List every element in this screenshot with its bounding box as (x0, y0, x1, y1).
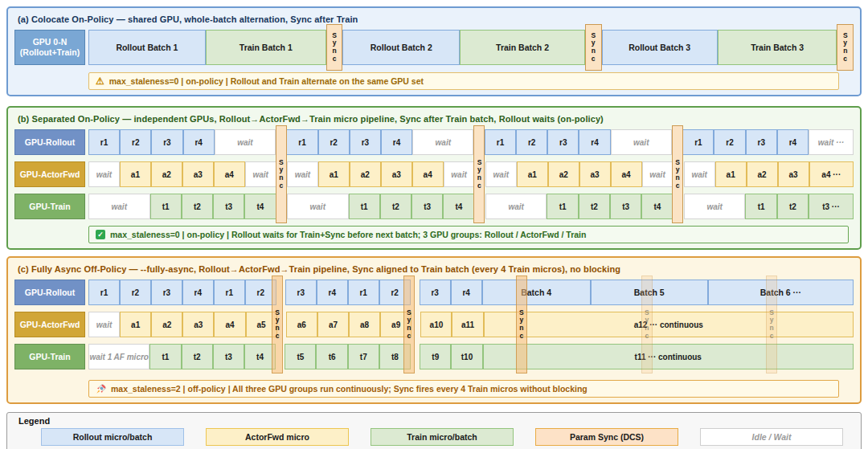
cell-t1: t1 (745, 194, 776, 219)
cell-rollout-batch-1: Rollout Batch 1 (88, 30, 206, 65)
cell-a3: a3 (182, 312, 214, 337)
cell-wait: wait (412, 129, 473, 155)
cell-r2: r2 (379, 280, 411, 305)
cell-rollout-batch-3: Rollout Batch 3 (602, 30, 718, 65)
timeline-row: GPU-ActorFwd waita1a2a3a4waitwaita1a2a3a… (14, 161, 854, 187)
row-label-gpu-actorfwd: GPU-ActorFwd (14, 161, 85, 187)
cell-r1: r1 (286, 129, 317, 155)
panel-b-rows: GPU-Rollout r1r2r3r4waitr1r2r3r4waitr1r2… (14, 129, 854, 219)
cell-t3: t3 (411, 194, 443, 219)
cell-r3: r3 (285, 280, 317, 305)
panel-b-note: ✓ max_staleness=0 | on-policy | Rollout … (88, 226, 849, 243)
legend-item-idle-wait: Idle / Wait (700, 428, 843, 446)
cell-wait: wait (684, 161, 715, 187)
cell-wait: wait (485, 194, 547, 219)
cell-wait: wait (611, 129, 672, 155)
timeline-gpu-train: wait 1 AF microt1t2t3t4t5t6t7t8t9t10t11 … (88, 344, 854, 369)
cell-rollout-batch-2: Rollout Batch 2 (342, 30, 460, 65)
panel-fully-async-off-policy: (c) Fully Async Off-Policy — --fully-asy… (6, 256, 862, 404)
sync-gap (674, 194, 684, 219)
cell-r4: r4 (381, 129, 412, 155)
cell-r1: r1 (88, 280, 120, 305)
cell-wait: wait (287, 194, 349, 219)
cell-r2: r2 (120, 280, 151, 305)
panel-a-note-text: max_staleness=0 | on-policy | Rollout an… (109, 76, 424, 86)
cell-t8: t8 (379, 344, 411, 369)
param-sync-bar: Sync (837, 24, 854, 71)
cell-r2: r2 (120, 129, 151, 155)
timeline-row: GPU-Rollout r1r2r3r4r1r2r3r4r1r2r3r4Batc… (14, 280, 854, 305)
cell-t1: t1 (149, 344, 181, 369)
cell-r1: r1 (214, 280, 245, 305)
cell-t1: t1 (349, 194, 380, 219)
timeline-row: GPU-Rollout r1r2r3r4waitr1r2r3r4waitr1r2… (14, 129, 854, 155)
cell-wait: wait (684, 194, 746, 219)
cell-a4: a4 ··· (809, 161, 854, 187)
cell-t3: t3 (213, 194, 244, 219)
legend-title: Legend (18, 416, 845, 426)
panel-b-note-text: max_staleness=0 | on-policy | Rollout wa… (110, 230, 586, 239)
sync-gap (473, 129, 484, 155)
sync-label: Sync (332, 32, 338, 63)
legend: Legend Rollout micro/batchActorFwd micro… (6, 412, 862, 449)
sync-gap (411, 312, 420, 337)
row-label-gpu-0-n: GPU 0-N (Rollout+Train) (14, 30, 85, 65)
timeline-gpu-actorfwd: waita1a2a3a4waitwaita1a2a3a4waitwaita1a2… (88, 161, 854, 187)
cell-t4: t4 (443, 194, 474, 219)
cell-r4: r4 (317, 280, 348, 305)
cell-a3: a3 (182, 161, 214, 187)
cell-wait: wait (88, 161, 120, 187)
panel-separated-on-policy: (b) Separated On-Policy — independent GP… (6, 106, 862, 250)
sync-gap (276, 344, 285, 369)
panel-b-title: (b) Separated On-Policy — independent GP… (18, 114, 854, 124)
cell-t4: t4 (244, 194, 276, 219)
cell-t2: t2 (380, 194, 411, 219)
panel-c-title: (c) Fully Async Off-Policy — --fully-asy… (18, 264, 854, 274)
cell-a12-continuous: a12 ··· continuous (484, 312, 854, 337)
row-label-gpu-rollout: GPU-Rollout (14, 129, 85, 155)
cell-r3: r3 (350, 129, 381, 155)
cell-t2: t2 (777, 194, 809, 219)
timeline-gpu-actorfwd: waita1a2a3a4a5a6a7a8a9a10a11a12 ··· cont… (88, 312, 854, 337)
cell-wait: wait (215, 129, 276, 155)
cell-a5: a5 (246, 312, 277, 337)
cell-a8: a8 (349, 312, 380, 337)
cell-t9: t9 (420, 344, 451, 369)
cell-t1: t1 (547, 194, 578, 219)
timeline-row: GPU-ActorFwd waita1a2a3a4a5a6a7a8a9a10a1… (14, 312, 854, 337)
timeline-gpu-rollout: r1r2r3r4r1r2r3r4r1r2r3r4Batch 4Batch 5Ba… (88, 280, 854, 305)
row-label-gpu-train: GPU-Train (14, 194, 85, 219)
panel-a-note: ⚠ max_staleness=0 | on-policy | Rollout … (88, 72, 839, 90)
cell-r3: r3 (151, 280, 182, 305)
cell-r3: r3 (746, 129, 777, 155)
sync-gap (475, 194, 485, 219)
legend-item-rollout-micro-batch: Rollout micro/batch (41, 428, 184, 446)
cell-r1: r1 (88, 129, 120, 155)
cell-a1: a1 (120, 161, 151, 187)
cell-a2: a2 (548, 161, 579, 187)
cell-wait: wait (444, 161, 475, 187)
cell-a10: a10 (420, 312, 452, 337)
cell-a2: a2 (350, 161, 381, 187)
sync-gap (411, 280, 420, 305)
cell-r1: r1 (348, 280, 379, 305)
cell-t11-continuous: t11 ··· continuous (483, 344, 854, 369)
cell-batch-4: Batch 4 (482, 280, 591, 305)
sync-label: Sync (842, 32, 848, 63)
cell-a2: a2 (151, 312, 182, 337)
sync-gap (277, 312, 286, 337)
panel-c-rows: GPU-Rollout r1r2r3r4r1r2r3r4r1r2r3r4Batc… (14, 280, 854, 369)
cell-a7: a7 (317, 312, 349, 337)
cell-a11: a11 (452, 312, 483, 337)
cell-r4: r4 (579, 129, 610, 155)
param-sync-bar: Sync (326, 24, 343, 71)
cell-r4: r4 (183, 129, 215, 155)
cell-r2: r2 (245, 280, 276, 305)
cell-wait: wait ··· (809, 129, 854, 155)
cell-a1: a1 (517, 161, 548, 187)
panel-c-note-text: max_staleness=2 | off-policy | All three… (111, 384, 588, 394)
row-label-gpu-actorfwd: GPU-ActorFwd (14, 312, 85, 337)
sync-gap (411, 344, 420, 369)
cell-wait: wait (287, 161, 318, 187)
legend-item-train-micro-batch: Train micro/batch (371, 428, 514, 446)
